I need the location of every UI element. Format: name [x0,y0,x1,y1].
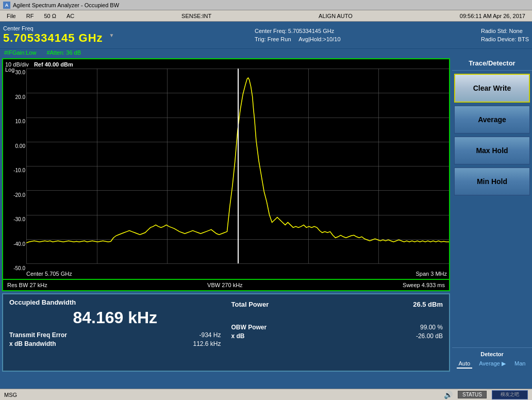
xdb-bw-value: 112.6 kHz [193,340,221,347]
y-label-20: 20.0 [4,94,25,100]
xdb-row: x dB -26.00 dB [231,332,443,340]
chart-grid [26,69,449,263]
y-label-n40: -40.0 [4,241,25,247]
ref-level-label: Ref 40.00 dBm [34,61,73,68]
menu-sense: SENSE:INT [177,11,216,21]
status-indicator: STATUS [458,391,487,398]
center-label: Center 5.705 GHz [26,271,72,277]
span-label: Span 3 MHz [415,271,447,277]
transmit-freq-value: -934 Hz [199,331,221,339]
xdb-bw-label: x dB Bandwidth [9,340,56,347]
info-right-col: Radio Std: None Radio Device: BTS [481,27,529,44]
menu-file[interactable]: File [2,11,21,21]
xdb-value: -26.00 dB [416,332,443,340]
app-icon: A [3,2,10,9]
detector-average[interactable]: Average ▶ [477,359,508,369]
menu-align: ALIGN AUTO [314,11,357,21]
transmit-freq-label: Transmit Freq Error [9,331,67,339]
transmit-freq-row: Transmit Freq Error -934 Hz [9,331,221,339]
atten-label: #Atten: 36 dB [46,49,81,56]
obw-power-row: OBW Power 99.00 % [231,324,443,331]
center-freq-detail: Center Freq: 5.705334145 GHz [255,27,340,36]
grid-h-8 [26,263,449,264]
freq-arrow-icon: ▼ [109,32,114,38]
info-center-col: Center Freq: 5.705334145 GHz Trig: Free … [255,27,340,44]
y-label-n30: -30.0 [4,216,25,222]
max-hold-button[interactable]: Max Hold [454,137,530,164]
xdb-bandwidth-row: x dB Bandwidth 112.6 kHz [9,340,221,347]
total-power-value: 26.5 dBm [413,301,443,308]
measurements-panel: Occupied Bandwidth 84.169 kHz Transmit F… [2,293,450,372]
average-button[interactable]: Average [454,106,530,134]
grid-v-6 [449,69,450,263]
menu-ac: AC [62,11,79,21]
detector-man[interactable]: Man [512,359,527,369]
chart-top-labels: 10 dB/div Ref 40.00 dBm [5,61,447,68]
res-bw-label: Res BW 27 kHz [7,282,47,288]
occ-bw-value: 84.169 kHz [9,308,221,327]
main-content: 10 dB/div Ref 40.00 dBm Log 30.0 20.0 10… [0,56,532,396]
trig-label: Trig: Free Run Avg|Hold:>10/10 [255,35,340,44]
center-freq-label: Center Freq [3,25,103,31]
status-right: 🔊 STATUS 模友之吧 [444,390,528,399]
y-label-10: 10.0 [4,119,25,124]
y-label-n20: -20.0 [4,192,25,198]
trace-detector-title: Trace/Detector [452,56,532,71]
detector-auto[interactable]: Auto [457,359,473,369]
menu-rf: RF [22,11,39,21]
status-bar: MSG 🔊 STATUS 模友之吧 [0,389,532,400]
detector-options: Auto Average ▶ Man [454,359,530,369]
center-freq-display: 5.705334145 GHz [3,31,103,45]
speaker-icon: 🔊 [444,391,453,399]
occ-bw-title: Occupied Bandwidth [9,298,221,306]
y-label-n10: -10.0 [4,168,25,173]
obw-power-value: 99.00 % [420,324,443,331]
min-hold-button[interactable]: Min Hold [454,168,530,195]
total-power-label: Total Power [231,301,269,308]
watermark: 模友之吧 [492,390,528,399]
info-header: Center Freq 5.705334145 GHz ▼ Center Fre… [0,22,532,48]
chart-area: 10 dB/div Ref 40.00 dBm Log 30.0 20.0 10… [2,58,450,280]
xdb-label: x dB [231,332,245,340]
chart-status-bar: Res BW 27 kHz VBW 270 kHz Sweep 4.933 ms [2,280,450,291]
window-title: Agilent Spectrum Analyzer - Occupied BW [13,2,119,8]
obw-power-label: OBW Power [231,324,267,331]
spectrum-panel: 10 dB/div Ref 40.00 dBm Log 30.0 20.0 10… [0,56,452,385]
detector-title: Detector [454,351,530,357]
menu-timestamp: 09:56:11 AM Apr 26, 2017 [455,11,530,21]
radio-device: Radio Device: BTS [481,35,529,44]
total-power-row: Total Power 26.5 dBm [231,301,443,308]
title-bar: A Agilent Spectrum Analyzer - Occupied B… [0,0,532,10]
sweep-label: Sweep 4.933 ms [403,282,445,288]
chart-bottom-labels: Center 5.705 GHz Span 3 MHz [26,271,447,277]
if-gain-label: #IFGain:Low [4,49,36,56]
status-msg-label: MSG [4,392,444,398]
sub-header: #IFGain:Low #Atten: 36 dB [0,48,532,56]
right-panel: Trace/Detector Clear Write Average Max H… [452,56,532,385]
vbw-label: VBW 270 kHz [207,282,242,288]
y-label-0: 0.00 [4,143,25,149]
radio-std: Radio Std: None [481,27,529,36]
detector-section: Detector Auto Average ▶ Man [452,347,532,372]
menu-impedance: 50 Ω [39,11,61,21]
menu-bar: File RF 50 Ω AC SENSE:INT ALIGN AUTO 09:… [0,10,532,22]
y-label-30: 30.0 [4,70,25,75]
center-marker-line [238,69,239,263]
clear-write-button[interactable]: Clear Write [454,74,530,103]
y-label-n50: -50.0 [4,265,25,271]
y-axis-labels: 30.0 20.0 10.0 0.00 -10.0 -20.0 -30.0 -4… [3,59,26,279]
